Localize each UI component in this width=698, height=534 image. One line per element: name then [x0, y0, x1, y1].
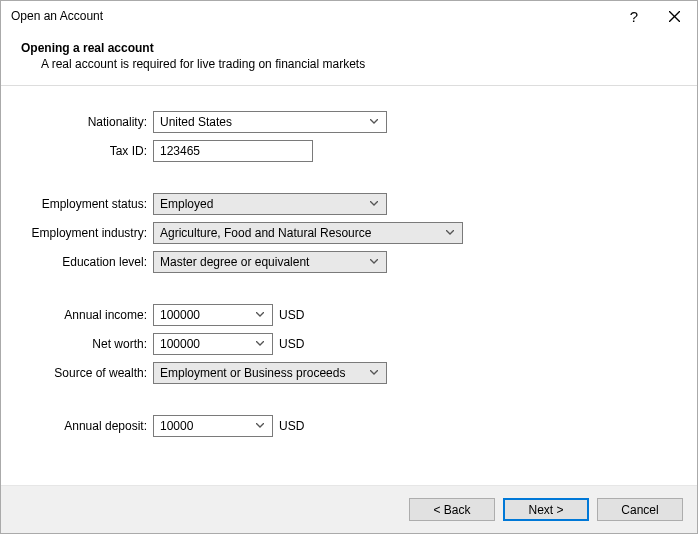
cancel-button[interactable]: Cancel [597, 498, 683, 521]
annual-income-select[interactable]: 100000 [153, 304, 273, 326]
close-icon [669, 11, 680, 22]
annual-deposit-select[interactable]: 10000 [153, 415, 273, 437]
chevron-down-icon [442, 230, 458, 236]
employment-status-value: Employed [160, 197, 213, 211]
chevron-down-icon [366, 201, 382, 207]
tax-id-input[interactable]: 123465 [153, 140, 313, 162]
titlebar: Open an Account ? [1, 1, 697, 31]
source-of-wealth-label: Source of wealth: [21, 366, 153, 380]
source-of-wealth-value: Employment or Business proceeds [160, 366, 345, 380]
chevron-down-icon [252, 423, 268, 429]
help-button[interactable]: ? [616, 1, 652, 31]
net-worth-unit: USD [279, 337, 304, 351]
chevron-down-icon [252, 312, 268, 318]
dialog-window: Open an Account ? Opening a real account… [0, 0, 698, 534]
chevron-down-icon [366, 259, 382, 265]
back-button[interactable]: < Back [409, 498, 495, 521]
dialog-header: Opening a real account A real account is… [1, 31, 697, 85]
tax-id-label: Tax ID: [21, 144, 153, 158]
annual-income-label: Annual income: [21, 308, 153, 322]
employment-industry-select[interactable]: Agriculture, Food and Natural Resource [153, 222, 463, 244]
employment-industry-value: Agriculture, Food and Natural Resource [160, 226, 371, 240]
employment-status-label: Employment status: [21, 197, 153, 211]
chevron-down-icon [366, 119, 382, 125]
net-worth-value: 100000 [160, 337, 200, 351]
education-level-label: Education level: [21, 255, 153, 269]
annual-deposit-value: 10000 [160, 419, 193, 433]
net-worth-select[interactable]: 100000 [153, 333, 273, 355]
education-level-value: Master degree or equivalent [160, 255, 309, 269]
dialog-footer: < Back Next > Cancel [1, 485, 697, 533]
header-title: Opening a real account [21, 41, 683, 55]
nationality-label: Nationality: [21, 115, 153, 129]
form-body: Nationality: United States Tax ID: 12346… [1, 86, 697, 485]
window-title: Open an Account [11, 9, 616, 23]
next-button[interactable]: Next > [503, 498, 589, 521]
annual-income-value: 100000 [160, 308, 200, 322]
tax-id-value: 123465 [160, 144, 200, 158]
source-of-wealth-select[interactable]: Employment or Business proceeds [153, 362, 387, 384]
employment-status-select[interactable]: Employed [153, 193, 387, 215]
employment-industry-label: Employment industry: [21, 226, 153, 240]
chevron-down-icon [366, 370, 382, 376]
annual-deposit-label: Annual deposit: [21, 419, 153, 433]
nationality-select[interactable]: United States [153, 111, 387, 133]
nationality-value: United States [160, 115, 232, 129]
net-worth-label: Net worth: [21, 337, 153, 351]
annual-income-unit: USD [279, 308, 304, 322]
education-level-select[interactable]: Master degree or equivalent [153, 251, 387, 273]
close-button[interactable] [652, 1, 697, 31]
chevron-down-icon [252, 341, 268, 347]
header-subtitle: A real account is required for live trad… [21, 55, 683, 71]
annual-deposit-unit: USD [279, 419, 304, 433]
